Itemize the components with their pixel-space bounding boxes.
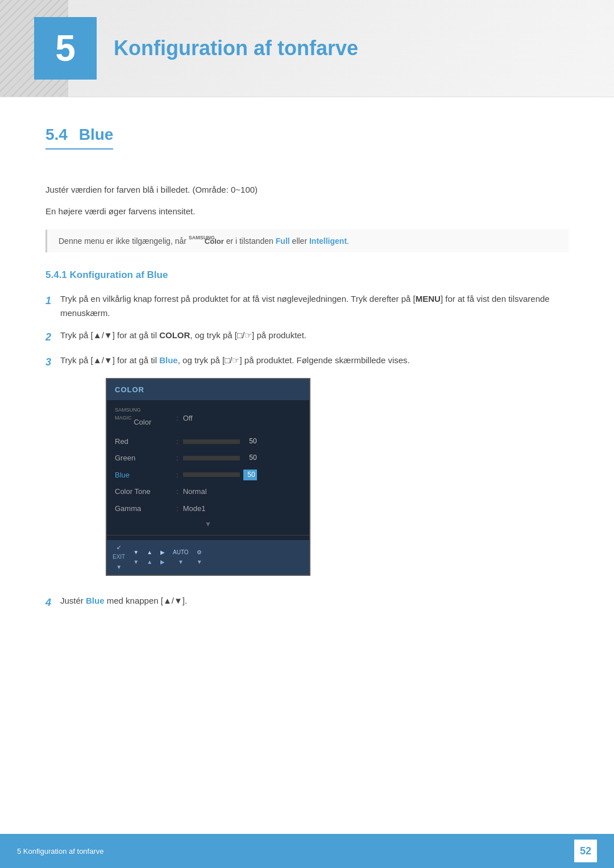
footer-chapter-ref: 5 Konfiguration af tonfarve (17, 847, 104, 855)
step2-keyword: COLOR (159, 330, 190, 340)
osd-btn-enter: ▶ ▶ (160, 548, 165, 567)
step-number-1: 1 (45, 292, 60, 310)
osd-label-blue: Blue (115, 469, 172, 481)
main-content: 5.4 Blue Justér værdien for farven blå i… (0, 97, 614, 665)
step-content-2: Tryk på [▲/▼] for at gå til COLOR, og tr… (60, 329, 569, 343)
osd-row-red: Red : 50 (107, 433, 309, 450)
step-number-4: 4 (45, 594, 60, 612)
osd-value-gamma: Mode1 (183, 502, 301, 514)
step-content-4: Justér Blue med knappen [▲/▼]. (60, 594, 569, 608)
note-intelligent-label: Intelligent (309, 236, 347, 246)
osd-row-green: Green : 50 (107, 450, 309, 466)
osd-bar-green (183, 456, 240, 460)
note-text-is: er i tilstanden (226, 236, 276, 246)
osd-btn-exit: ↙ EXIT ▼ (113, 543, 125, 572)
osd-number-green: 50 (243, 452, 257, 464)
osd-number-blue: 50 (243, 470, 257, 481)
osd-label-magic-color: SAMSUNG MAGIC Color (115, 406, 172, 431)
osd-sep-4: : (176, 485, 179, 497)
osd-value-green: 50 (183, 452, 301, 464)
osd-row-colortone: Color Tone : Normal (107, 483, 309, 500)
step4-keyword: Blue (86, 596, 105, 605)
osd-value-red: 50 (183, 436, 301, 447)
osd-sep-1: : (176, 435, 179, 447)
chapter-number: 5 (34, 17, 97, 80)
osd-label-green: Green (115, 452, 172, 464)
note-or: eller (292, 236, 309, 246)
osd-btn-auto: AUTO ▼ (173, 548, 189, 567)
chapter-title: Konfiguration af tonfarve (114, 36, 358, 60)
osd-btn-settings: ⚙ ▼ (197, 548, 202, 567)
note-text-before: Denne menu er ikke tilgængelig, når (59, 236, 186, 246)
step-number-2: 2 (45, 329, 60, 346)
chapter-header: 5 Konfiguration af tonfarve (0, 0, 614, 97)
step-4: 4 Justér Blue med knappen [▲/▼]. (45, 594, 569, 612)
steps-list: 1 Tryk på en vilkårlig knap forrest på p… (45, 292, 569, 612)
osd-screen: COLOR SAMSUNG MAGIC Color : Off (106, 378, 310, 576)
subsection-heading: 5.4.1 Konfiguration af Blue (45, 269, 569, 281)
section-heading: 5.4 Blue (45, 126, 113, 149)
body-paragraph-1: Justér værdien for farven blå i billedet… (45, 182, 569, 197)
osd-value-colortone: Normal (183, 485, 301, 497)
osd-number-red: 50 (243, 436, 257, 447)
osd-label-red: Red (115, 435, 172, 447)
step-number-3: 3 (45, 354, 60, 371)
osd-btn-up: ▲ ▲ (147, 548, 152, 567)
note-full-label: Full (276, 236, 290, 246)
osd-row-magic-color: SAMSUNG MAGIC Color : Off (107, 404, 309, 433)
page-number: 52 (574, 840, 597, 862)
osd-row-blue: Blue : 50 (107, 467, 309, 483)
osd-btn-down: ▼ ▼ (133, 548, 139, 567)
osd-footer: ↙ EXIT ▼ ▼ ▼ ▲ ▲ (107, 540, 309, 575)
osd-sep-0: : (176, 412, 179, 424)
osd-bar-blue (183, 472, 240, 477)
step-content-1: Tryk på en vilkårlig knap forrest på pro… (60, 292, 569, 321)
osd-sep-5: : (176, 502, 179, 514)
step-content-3: Tryk på [▲/▼] for at gå til Blue, og try… (60, 354, 569, 586)
step-3: 3 Tryk på [▲/▼] for at gå til Blue, og t… (45, 354, 569, 586)
osd-row-gamma: Gamma : Mode1 (107, 500, 309, 517)
step-1: 1 Tryk på en vilkårlig knap forrest på p… (45, 292, 569, 321)
step-2: 2 Tryk på [▲/▼] for at gå til COLOR, og … (45, 329, 569, 346)
osd-sep-3: : (176, 469, 179, 481)
step3-keyword: Blue (159, 355, 178, 365)
page-footer: 5 Konfiguration af tonfarve 52 (0, 834, 614, 868)
osd-bar-red (183, 439, 240, 444)
note-brand: SAMSUNGColor (189, 236, 224, 246)
osd-title-bar: COLOR (107, 379, 309, 400)
osd-value-blue: 50 (183, 470, 301, 481)
body-paragraph-2: En højere værdi øger farvens intensitet. (45, 204, 569, 219)
osd-sep-2: : (176, 452, 179, 464)
osd-value-magic-color: Off (183, 412, 301, 424)
osd-screenshot: COLOR SAMSUNG MAGIC Color : Off (106, 378, 310, 576)
osd-menu-items: SAMSUNG MAGIC Color : Off Red : (107, 400, 309, 540)
note-box: Denne menu er ikke tilgængelig, når SAMS… (45, 230, 569, 252)
osd-label-colortone: Color Tone (115, 485, 172, 497)
osd-label-gamma: Gamma (115, 502, 172, 514)
